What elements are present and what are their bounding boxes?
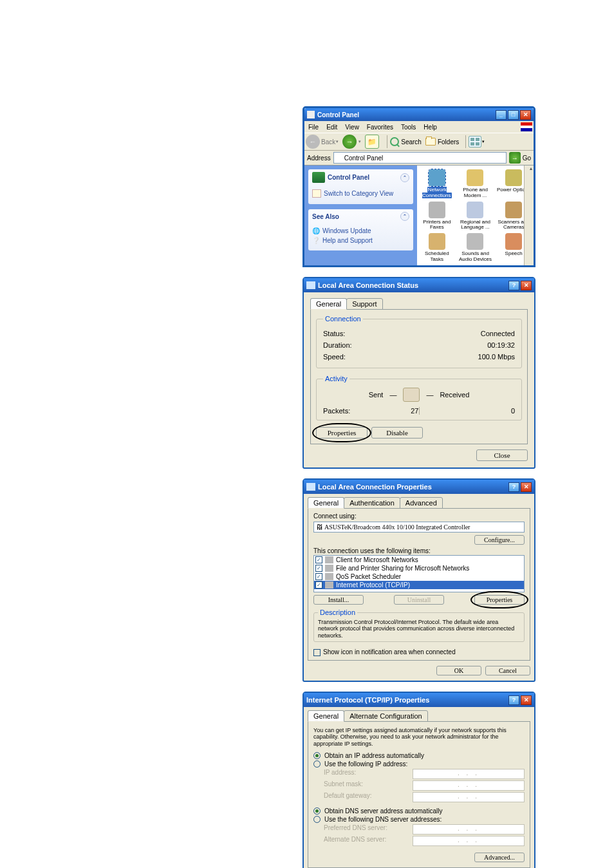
network-icon	[429, 169, 445, 186]
switch-category-view-link[interactable]: Switch to Category View	[312, 188, 409, 199]
menu-view[interactable]: View	[341, 124, 363, 131]
close-dialog-button[interactable]: Close	[476, 449, 528, 461]
close-button[interactable]: ✕	[520, 110, 531, 120]
folders-icon	[425, 138, 436, 146]
advanced-button[interactable]: Advanced...	[474, 853, 525, 862]
checkbox-icon[interactable]: ✓	[315, 581, 322, 589]
close-button[interactable]: ✕	[521, 482, 532, 492]
help-support-link[interactable]: ❔ Help and Support	[312, 236, 409, 245]
menu-file[interactable]: File	[304, 124, 322, 131]
menu-tools[interactable]: Tools	[397, 124, 420, 131]
search-button[interactable]: Search	[390, 137, 422, 146]
obtain-dns-auto-radio[interactable]: Obtain DNS server address automatically	[313, 807, 525, 815]
cancel-button[interactable]: Cancel	[485, 666, 530, 675]
activity-icon	[403, 388, 420, 402]
radio-icon	[313, 816, 321, 823]
connect-using-label: Connect using:	[313, 513, 525, 520]
go-label: Go	[523, 155, 531, 162]
power-options-item[interactable]: Power Options	[495, 169, 532, 199]
checkbox-icon[interactable]: ✓	[315, 573, 322, 580]
titlebar[interactable]: Local Area Connection Properties ? ✕	[304, 480, 534, 494]
list-item: ✓Client for Microsoft Networks	[314, 556, 524, 564]
globe-icon	[467, 202, 483, 218]
speech-item[interactable]: Speech	[495, 233, 532, 263]
adapter-field: 🕅 ASUSTeK/Broadcom 440x 10/100 Integrate…	[313, 522, 525, 533]
show-icon-label: Show icon in notification area when conn…	[323, 648, 456, 656]
folders-button[interactable]: Folders	[425, 138, 459, 146]
received-label: Received	[440, 391, 469, 399]
use-dns-radio[interactable]: Use the following DNS server addresses:	[313, 816, 525, 823]
search-icon	[390, 137, 399, 146]
disable-button[interactable]: Disable	[371, 427, 423, 439]
views-button[interactable]: ▾	[469, 136, 485, 147]
client-icon	[325, 556, 333, 563]
menu-edit[interactable]: Edit	[322, 124, 341, 131]
scanners-cameras-item[interactable]: Scanners and Cameras	[495, 202, 532, 231]
tab-advanced[interactable]: Advanced	[400, 497, 443, 509]
windows-update-link[interactable]: 🌐 Windows Update	[312, 226, 409, 236]
checkbox-icon[interactable]: ✓	[315, 565, 322, 572]
properties-button[interactable]: Properties	[474, 595, 525, 605]
radio-icon	[313, 752, 321, 759]
back-icon: ←	[306, 135, 320, 149]
properties-button[interactable]: Properties	[316, 427, 367, 439]
intro-text: You can get IP settings assigned automat…	[313, 727, 525, 747]
close-button[interactable]: ✕	[521, 695, 532, 705]
window-title: Control Panel	[317, 111, 359, 118]
tab-general[interactable]: General	[308, 710, 344, 722]
sound-icon	[467, 233, 483, 250]
go-button[interactable]: →	[509, 152, 521, 164]
connection-legend: Connection	[323, 315, 363, 323]
obtain-ip-auto-radio[interactable]: Obtain an IP address automatically	[313, 752, 525, 759]
description-text: Transmission Control Protocol/Internet P…	[318, 619, 520, 639]
printer-icon	[429, 202, 445, 218]
qos-icon	[325, 573, 333, 580]
gateway-input: . . .	[413, 792, 525, 802]
regional-language-item[interactable]: Regional and Language ...	[457, 202, 494, 231]
tcpip-icon	[325, 581, 333, 589]
address-bar: Address → Go	[304, 151, 534, 165]
control-panel-icon	[307, 111, 315, 118]
menu-help[interactable]: Help	[420, 124, 441, 131]
minimize-button[interactable]: _	[496, 110, 507, 120]
task-pane: Control Panel⌃ Switch to Category View S…	[304, 165, 417, 265]
ok-button[interactable]: OK	[436, 666, 481, 675]
printers-faxes-item[interactable]: Printers and Faxes	[418, 202, 456, 231]
help-button[interactable]: ?	[508, 482, 519, 492]
tcpip-properties-dialog: Internet Protocol (TCP/IP) Properties ? …	[302, 692, 535, 868]
subnet-mask-input: . . .	[413, 780, 525, 791]
windows-flag-icon	[521, 122, 532, 131]
checkbox-icon[interactable]: ✓	[315, 556, 322, 563]
titlebar[interactable]: Internet Protocol (TCP/IP) Properties ? …	[304, 693, 534, 707]
tab-support[interactable]: Support	[346, 298, 383, 310]
network-connections-item[interactable]: Network Connections	[418, 169, 456, 199]
phone-modem-item[interactable]: Phone and Modem ...	[457, 169, 494, 199]
tab-general[interactable]: General	[310, 298, 347, 310]
scheduled-icon	[429, 233, 445, 250]
help-button[interactable]: ?	[508, 695, 519, 705]
use-ip-radio[interactable]: Use the following IP address:	[313, 760, 525, 768]
titlebar[interactable]: Local Area Connection Status ? ✕	[304, 278, 534, 292]
sounds-item[interactable]: Sounds and Audio Devices	[457, 233, 494, 263]
menu-favorites[interactable]: Favorites	[363, 124, 397, 131]
titlebar[interactable]: Control Panel _ □ ✕	[304, 108, 534, 121]
status-value: Connected	[481, 330, 515, 337]
up-button[interactable]: 📁	[365, 135, 379, 149]
tab-general[interactable]: General	[308, 497, 344, 509]
tab-authentication[interactable]: Authentication	[344, 497, 400, 509]
close-button[interactable]: ✕	[521, 281, 532, 290]
install-button[interactable]: Install...	[313, 595, 364, 605]
show-icon-checkbox[interactable]	[313, 649, 321, 656]
forward-button[interactable]: →	[342, 135, 357, 149]
configure-button[interactable]: Configure...	[474, 535, 525, 545]
help-button[interactable]: ?	[508, 281, 519, 290]
tab-alternate[interactable]: Alternate Configuration	[344, 710, 428, 722]
maximize-button[interactable]: □	[508, 110, 519, 120]
collapse-icon[interactable]: ⌃	[400, 212, 409, 221]
address-input[interactable]	[333, 152, 507, 164]
phone-icon	[467, 169, 483, 186]
collapse-icon[interactable]: ⌃	[400, 173, 409, 182]
speed-value: 100.0 Mbps	[478, 353, 515, 361]
items-listbox[interactable]: ✓Client for Microsoft Networks ✓File and…	[313, 555, 525, 592]
scheduled-tasks-item[interactable]: Scheduled Tasks	[418, 233, 456, 263]
